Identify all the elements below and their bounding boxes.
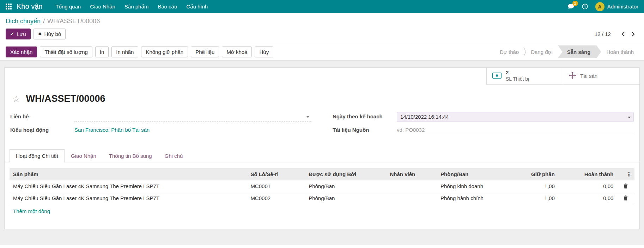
unlock-button[interactable]: Mở khoá bbox=[222, 46, 252, 57]
table-row[interactable]: Máy Chiếu Siêu Gần Laser 4K Samsung The … bbox=[10, 180, 634, 192]
used-by-cell[interactable]: Phòng/Ban bbox=[305, 180, 386, 192]
save-label: Lưu bbox=[17, 31, 26, 37]
field-row-contact: Liên hệ bbox=[10, 112, 311, 122]
save-button[interactable]: ✔ Lưu bbox=[6, 29, 31, 39]
statusbar: Xác nhận Thiết đặt số lượng In In nhãn K… bbox=[0, 43, 644, 61]
move-arrows-icon bbox=[569, 72, 576, 80]
menu-item-configuration[interactable]: Cấu hình bbox=[182, 0, 212, 13]
menu-item-transfers[interactable]: Giao Nhận bbox=[85, 0, 120, 13]
print-labels-button[interactable]: In nhãn bbox=[111, 46, 138, 57]
reserved-cell[interactable]: 1,00 bbox=[510, 180, 558, 192]
optional-columns-icon[interactable]: ⋮ bbox=[617, 168, 634, 180]
stat-label: SL Thiết bị bbox=[506, 76, 529, 82]
tab-detailed-operations[interactable]: Hoạt động Chi tiết bbox=[10, 149, 65, 162]
delete-row-button[interactable] bbox=[622, 194, 629, 202]
discard-label: Hủy bỏ bbox=[44, 31, 61, 37]
tab-notes[interactable]: Ghi chú bbox=[158, 149, 189, 162]
set-quantities-button[interactable]: Thiết đặt số lượng bbox=[40, 46, 92, 57]
chatter-area bbox=[0, 245, 644, 247]
app-name[interactable]: Kho vận bbox=[17, 2, 42, 11]
stat-value: 2 bbox=[506, 69, 529, 76]
check-icon: ✔ bbox=[10, 32, 14, 36]
header-reserved[interactable]: Giữ phần bbox=[510, 168, 558, 180]
state-draft[interactable]: Dự thảo bbox=[495, 49, 523, 55]
header-done[interactable]: Hoàn thành bbox=[558, 168, 617, 180]
employee-cell[interactable] bbox=[387, 180, 437, 192]
breadcrumb-parent-link[interactable]: Dịch chuyển bbox=[6, 18, 41, 25]
operations-table: Sản phẩm Số Lô/Sê-ri Được sử dụng Bởi Nh… bbox=[10, 168, 634, 218]
scheduled-date-label: Ngày theo kế hoạch bbox=[333, 112, 397, 122]
pager-previous-button[interactable] bbox=[619, 30, 627, 38]
topbar: Kho vận Tổng quan Giao Nhận Sản phẩm Báo… bbox=[0, 0, 644, 13]
chevron-down-icon bbox=[306, 116, 309, 118]
field-row-scheduled-date: Ngày theo kế hoạch 14/10/2022 16:14:44 bbox=[333, 112, 634, 122]
status-pipeline: Dự thảo Đang đợi Sẵn sàng Hoàn thành bbox=[495, 45, 638, 58]
actions-row: ✔ Lưu ✖ Hủy bỏ 12 / 12 bbox=[0, 26, 644, 43]
content-background: 2 SL Thiết bị Tài sản ☆ WH/ASSET/00006 bbox=[0, 61, 644, 245]
header-department[interactable]: Phòng/Ban bbox=[437, 168, 510, 180]
scheduled-date-field[interactable]: 14/10/2022 16:14:44 bbox=[397, 112, 634, 122]
state-ready[interactable]: Sẵn sàng bbox=[558, 45, 601, 58]
add-line-row: Thêm một dòng bbox=[10, 204, 634, 218]
pager-next-button[interactable] bbox=[629, 30, 638, 38]
done-cell[interactable]: 0,00 bbox=[558, 180, 617, 192]
used-by-cell[interactable]: Phòng/Ban bbox=[305, 192, 386, 204]
menu-item-products[interactable]: Sản phẩm bbox=[120, 0, 153, 13]
department-cell[interactable]: Phòng hành chính bbox=[437, 192, 510, 204]
employee-cell[interactable] bbox=[387, 192, 437, 204]
operation-type-label: Kiểu hoạt động bbox=[10, 125, 74, 135]
chevron-down-icon bbox=[628, 117, 631, 118]
fields-grid: Liên hệ Kiểu hoạt động San Francisco: Ph… bbox=[5, 106, 639, 139]
activities-clock-icon[interactable] bbox=[582, 3, 588, 10]
add-line-link[interactable]: Thêm một dòng bbox=[13, 208, 50, 214]
state-waiting[interactable]: Đang đợi bbox=[526, 49, 557, 55]
unreserve-button[interactable]: Không giữ phần bbox=[141, 46, 188, 57]
print-button[interactable]: In bbox=[95, 46, 109, 57]
contact-field[interactable] bbox=[74, 112, 311, 122]
product-cell[interactable]: Máy Chiếu Siêu Gần Laser 4K Samsung The … bbox=[10, 192, 247, 204]
source-document-field[interactable]: vd: PO0032 bbox=[397, 125, 634, 135]
header-used-by[interactable]: Được sử dụng Bởi bbox=[305, 168, 386, 180]
menu-item-reporting[interactable]: Báo cáo bbox=[153, 0, 182, 13]
close-icon: ✖ bbox=[38, 32, 42, 36]
cancel-button[interactable]: Hủy bbox=[255, 46, 273, 57]
operations-table-wrap: Sản phẩm Số Lô/Sê-ri Được sử dụng Bởi Nh… bbox=[5, 162, 639, 218]
table-row[interactable]: Máy Chiếu Siêu Gần Laser 4K Samsung The … bbox=[10, 192, 634, 204]
tab-shipping[interactable]: Giao Nhận bbox=[65, 149, 103, 162]
product-cell[interactable]: Máy Chiếu Siêu Gần Laser 4K Samsung The … bbox=[10, 180, 247, 192]
stat-button-area: 2 SL Thiết bị Tài sản bbox=[486, 68, 639, 85]
trash-icon bbox=[623, 195, 628, 201]
header-employee[interactable]: Nhân viên bbox=[387, 168, 437, 180]
discard-button[interactable]: ✖ Hủy bỏ bbox=[34, 29, 66, 39]
notebook-tabs: Hoạt động Chi tiết Giao Nhận Thông tin B… bbox=[5, 149, 639, 162]
header-product[interactable]: Sản phẩm bbox=[10, 168, 247, 180]
apps-grid-icon[interactable] bbox=[6, 4, 12, 10]
chevron-left-icon bbox=[621, 31, 625, 37]
breadcrumb-current: WH/ASSET/00006 bbox=[47, 18, 100, 25]
stat-button-assets[interactable]: Tài sản bbox=[563, 68, 639, 85]
delete-row-button[interactable] bbox=[622, 182, 629, 190]
record-title: WH/ASSET/00006 bbox=[26, 93, 105, 104]
header-lot-serial[interactable]: Số Lô/Sê-ri bbox=[247, 168, 305, 180]
lot-cell[interactable]: MC0002 bbox=[247, 192, 305, 204]
reserved-cell[interactable]: 1,00 bbox=[510, 192, 558, 204]
favorite-star-icon[interactable]: ☆ bbox=[12, 94, 20, 103]
pager-text: 12 / 12 bbox=[595, 31, 611, 37]
state-done[interactable]: Hoàn thành bbox=[602, 49, 638, 55]
user-menu[interactable]: A Administrator bbox=[595, 2, 638, 11]
messages-icon[interactable]: 1 bbox=[567, 4, 575, 10]
menu-item-overview[interactable]: Tổng quan bbox=[51, 0, 85, 13]
department-cell[interactable]: Phòng kinh doanh bbox=[437, 180, 510, 192]
tab-additional-info[interactable]: Thông tin Bổ sung bbox=[103, 149, 158, 162]
done-cell[interactable]: 0,00 bbox=[558, 192, 617, 204]
systray: 1 A Administrator bbox=[567, 2, 638, 11]
breadcrumb-separator: / bbox=[43, 18, 45, 25]
messages-badge: 1 bbox=[572, 1, 578, 6]
lot-cell[interactable]: MC0001 bbox=[247, 180, 305, 192]
pager: 12 / 12 bbox=[595, 30, 638, 38]
stat-button-devices[interactable]: 2 SL Thiết bị bbox=[486, 68, 563, 85]
scrap-button[interactable]: Phế liệu bbox=[191, 46, 219, 57]
operation-type-field[interactable]: San Francisco: Phân bổ Tài sản bbox=[74, 125, 311, 135]
avatar: A bbox=[595, 2, 604, 11]
confirm-button[interactable]: Xác nhận bbox=[6, 46, 37, 57]
